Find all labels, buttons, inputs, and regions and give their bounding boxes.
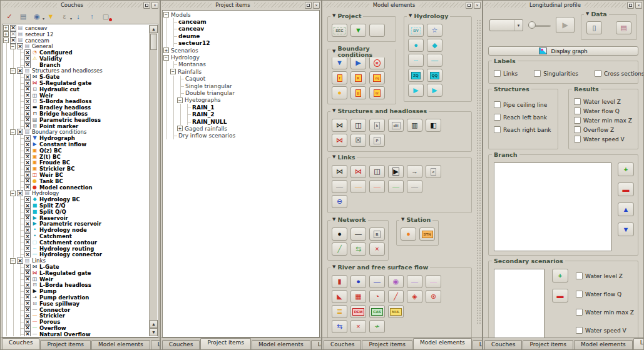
filter-legend-button[interactable]: ▼ [46,11,56,21]
tab-longitudinal-profile[interactable]: Longitudinal profile [473,340,483,349]
reach-button[interactable]: — [350,228,366,241]
checkbox-overflow-z[interactable]: Overflow Z [574,126,634,133]
tree-item-parametric-reservoir[interactable]: ×▶Parametric reservoir [3,221,149,228]
vertical-scrollbar[interactable]: ▲ ▲ ▼ [149,25,157,336]
tree-item-froude-bc[interactable]: ×▣Froude BC [3,160,149,166]
scroll-thumb[interactable] [150,34,157,50]
checkbox-reach-right-bank[interactable]: Reach right bank [494,126,554,133]
checkbox-water-min-max-z[interactable]: Water min max Z [576,309,634,316]
collapse-expander[interactable]: − [177,98,183,103]
extend-reach-button[interactable]: ╱ [332,242,347,256]
time-slider[interactable] [528,19,551,31]
collapse-expander[interactable]: − [10,68,16,74]
item-checkbox[interactable]: × [24,123,31,129]
tree-item-canceav[interactable]: canceav [163,26,319,32]
play-button[interactable]: ▶ [556,17,575,33]
catchment-button[interactable]: BV [408,24,424,37]
checkbox-pipe-ceiling-line[interactable]: Pipe ceiling line [494,101,554,108]
checkbox-box[interactable] [574,98,581,105]
tree-item-double-triangular[interactable]: Double triangular [163,89,319,96]
chevron-down-icon[interactable]: ▾ [514,20,523,31]
tab-project-items[interactable]: Project items [40,340,91,349]
hydrograph-button[interactable]: ▼ [332,56,347,69]
river-weir-button[interactable]: ◣ [332,290,347,303]
checkbox-box[interactable] [576,309,583,316]
tab-model-elements[interactable]: Model elements [252,340,310,349]
tree-item-l-borda-headloss[interactable]: ×⊡L-Borda headloss [3,282,149,288]
item-checkbox[interactable]: × [24,135,31,141]
tab-longitudinal-profile[interactable]: Longitudinal profile [151,340,160,349]
pump-derivation-button[interactable]: → [407,165,422,178]
tab-model-elements[interactable]: Model elements [413,338,472,349]
tree-item-strickler[interactable]: ×—Strickler [3,312,149,319]
scenario-combobox[interactable]: ▾ [489,19,523,31]
item-checkbox[interactable]: × [10,38,16,44]
tree-item-secteur-12[interactable]: +×▤secteur 12 [3,31,149,38]
bradley-headloss-button[interactable]: ▥ [407,119,422,132]
checkbox-singularities[interactable]: Singularities [534,70,578,77]
natural-overflow-button[interactable]: — [407,180,422,193]
checkbox-box[interactable] [494,70,501,77]
tree-item-structures-and-headlosses[interactable]: −×▤Structures and headlosses [3,68,149,74]
collapse-expander[interactable]: − [10,44,16,49]
close-button[interactable]: × [474,2,481,9]
split-qq-button[interactable]: QQ [427,69,442,82]
tab-longitudinal-profile[interactable]: Longitudinal profile [633,338,644,349]
collapse-all-button[interactable]: ↑ [87,11,97,21]
expand-expander[interactable]: + [3,31,9,37]
tree-item-weir[interactable]: ×◫Weir [3,276,149,282]
layers-colored-button[interactable]: ≣ [332,305,347,318]
item-checkbox[interactable]: × [24,331,31,336]
strickler-headloss-button[interactable]: k [369,119,385,132]
expand-all-button[interactable]: ↓ [73,11,83,21]
tree-item-gaged-rainfalls[interactable]: +Gaged rainfalls [163,125,319,132]
collapse-expander[interactable]: − [10,258,16,264]
expand-expander[interactable]: + [163,48,169,53]
strickler-link-button[interactable]: — [350,180,366,193]
froude-bc-button[interactable]: f [332,71,347,84]
item-checkbox[interactable]: × [24,74,31,80]
item-checkbox[interactable]: × [24,221,31,227]
casier-link-button[interactable]: — [407,275,422,288]
collapse-expander[interactable]: − [10,191,16,196]
flip-reach-button[interactable]: ⇆ [332,320,347,333]
tab-model-elements[interactable]: Model elements [574,340,633,349]
tree-item-rainfalls[interactable]: −Rainfalls [163,68,319,75]
tree-item-hydrology[interactable]: −×▤Hydrology [3,191,149,197]
tab-couches[interactable]: Couches [162,340,200,349]
filter-by-expression-button[interactable]: ε▾ [59,11,69,21]
item-checkbox[interactable]: × [24,282,31,288]
tree-item-dry-inflow-scenarios[interactable]: Dry inflow scenarios [163,132,319,139]
expand-expander[interactable]: + [177,126,183,131]
float-button[interactable] [143,2,150,9]
scroll-track[interactable] [150,51,157,320]
weir-bc-button[interactable]: || [350,86,366,99]
display-graph-button[interactable]: Display graph [488,46,638,56]
tree-item-deume[interactable]: deume [163,32,319,39]
tree-item-connector[interactable]: ×—Connector [3,307,149,313]
s-regulated-gate-button[interactable]: ⋈ [332,134,347,147]
tree-item-hydrology-connector[interactable]: ×—Hydrology connector [3,251,149,258]
manage-map-themes-button[interactable]: ◉▾ [32,11,42,21]
item-checkbox[interactable]: × [24,196,31,202]
bridge-headloss-button[interactable]: ◧ [426,119,441,132]
delete-element-button[interactable]: × [350,320,366,333]
close-button[interactable]: × [635,2,642,9]
tree-item-bradley-headloss[interactable]: ×▬Bradley headloss [3,104,149,111]
strickler-bc-button[interactable]: K [350,71,366,84]
tree-item-rain-2[interactable]: RAIN_2 [163,111,319,118]
collapse-expander[interactable]: − [163,55,169,61]
tree-item-branch[interactable]: ×Branch [3,62,149,68]
float-button[interactable] [627,2,634,9]
reverse-reach-button[interactable]: ⇆ [350,242,366,256]
checkbox-water-level-z[interactable]: Water level Z [576,272,634,279]
zt-bc-button[interactable]: tz [369,86,385,99]
tab-model-elements[interactable]: Model elements [91,340,150,349]
tab-couches[interactable]: Couches [484,340,522,349]
checkbox-water-flow-q[interactable]: Water flow Q [574,108,634,114]
close-button[interactable]: × [313,2,320,9]
cut-reach-button[interactable]: ≁ [369,320,385,333]
tree-item-secteur12[interactable]: secteur12 [163,40,319,47]
overflow-button[interactable]: — [388,180,404,193]
tree-item-montanas[interactable]: Montanas [163,61,319,68]
